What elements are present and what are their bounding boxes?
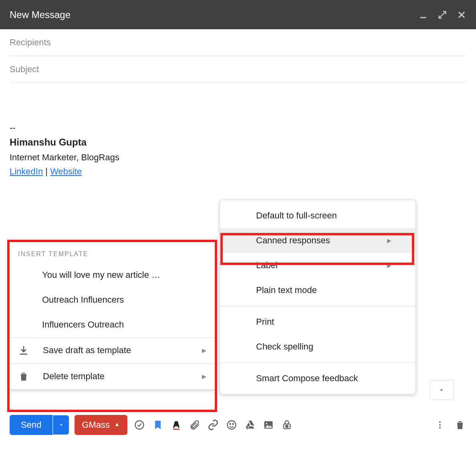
menu-item-label: Plain text mode (256, 285, 317, 295)
fullscreen-icon[interactable] (438, 10, 447, 20)
emoji-icon[interactable] (225, 419, 238, 431)
menu-item-plain-text[interactable]: Plain text mode (220, 278, 415, 303)
template-item[interactable]: You will love my new article … (8, 263, 216, 287)
trash-icon (18, 371, 29, 382)
menu-divider (220, 362, 415, 363)
more-options-menu: Default to full-screen Canned responses … (220, 200, 416, 394)
download-icon (18, 345, 29, 356)
signature-role: Internet Marketer, BlogRags (10, 150, 466, 164)
template-item[interactable]: Influencers Outreach (8, 312, 216, 337)
compose-toolbar: Send GMass (10, 413, 466, 437)
svg-point-1 (135, 421, 144, 429)
svg-point-10 (439, 421, 441, 423)
save-template-item[interactable]: Save draft as template ▶ (8, 338, 216, 363)
signature-link-website[interactable]: Website (50, 166, 82, 176)
menu-item-spelling[interactable]: Check spelling (220, 334, 415, 359)
signature-links: LinkedIn | Website (10, 164, 466, 178)
menu-item-label: Canned responses (256, 235, 330, 246)
svg-point-3 (228, 421, 236, 429)
menu-item-label-action[interactable]: Label ▶ (220, 253, 415, 278)
svg-point-9 (286, 425, 288, 428)
menu-divider (220, 306, 415, 306)
drive-icon[interactable] (244, 419, 256, 431)
svg-point-7 (266, 423, 268, 425)
menu-item-smart-compose[interactable]: Smart Compose feedback (220, 366, 415, 391)
side-dropdown-button[interactable] (430, 380, 454, 400)
svg-point-11 (439, 424, 441, 426)
template-item-label: You will love my new article … (42, 270, 160, 280)
minimize-icon[interactable] (418, 10, 428, 20)
menu-item-label: Check spelling (256, 342, 313, 352)
save-template-label: Save draft as template (43, 345, 131, 356)
template-item-label: Outreach Influencers (42, 295, 124, 305)
chevron-right-icon: ▶ (387, 237, 391, 244)
delete-template-label: Delete template (43, 371, 105, 382)
link-icon[interactable] (207, 419, 220, 431)
chevron-right-icon: ▶ (202, 347, 206, 354)
svg-rect-2 (173, 429, 180, 430)
image-icon[interactable] (262, 419, 275, 431)
svg-point-5 (232, 424, 233, 425)
close-icon[interactable] (457, 10, 466, 20)
chevron-right-icon: ▶ (202, 373, 206, 380)
menu-item-canned-responses[interactable]: Canned responses ▶ (220, 228, 415, 253)
bookmark-icon[interactable] (151, 419, 164, 431)
compose-title: New Message (10, 9, 71, 20)
template-item-label: Influencers Outreach (42, 319, 124, 330)
recipients-field[interactable]: Recipients (10, 29, 466, 56)
signature-link-linkedin[interactable]: LinkedIn (10, 166, 43, 176)
gmass-label: GMass (82, 420, 110, 430)
compose-titlebar: New Message (0, 0, 476, 29)
menu-item-label: Default to full-screen (256, 210, 337, 221)
canned-responses-submenu: INSERT TEMPLATE You will love my new art… (8, 241, 216, 390)
lock-clock-icon[interactable] (280, 419, 293, 431)
signature-name: Himanshu Gupta (10, 135, 466, 150)
send-button[interactable]: Send (10, 415, 52, 435)
discard-draft-icon[interactable] (454, 419, 466, 431)
menu-item-label: Print (256, 317, 274, 327)
menu-item-label: Smart Compose feedback (256, 373, 358, 384)
send-dropdown-button[interactable] (53, 415, 69, 435)
template-item[interactable]: Outreach Influencers (8, 287, 216, 312)
checkmark-icon[interactable] (133, 419, 146, 431)
subject-field[interactable]: Subject (10, 56, 466, 83)
svg-point-12 (439, 427, 441, 429)
signature-pipe: | (43, 166, 50, 176)
gmass-button[interactable]: GMass (75, 415, 127, 435)
signature-separator: -- (10, 121, 466, 135)
menu-item-fullscreen[interactable]: Default to full-screen (220, 203, 415, 228)
delete-template-item[interactable]: Delete template ▶ (8, 364, 216, 389)
text-format-icon[interactable] (170, 419, 183, 431)
attach-icon[interactable] (188, 419, 201, 431)
svg-rect-0 (420, 17, 426, 18)
menu-item-print[interactable]: Print (220, 309, 415, 334)
recipients-label: Recipients (10, 37, 51, 47)
chevron-right-icon: ▶ (387, 262, 391, 269)
subject-label: Subject (10, 64, 39, 74)
compose-body[interactable]: -- Himanshu Gupta Internet Marketer, Blo… (0, 83, 476, 188)
more-options-button[interactable] (432, 417, 448, 433)
submenu-header: INSERT TEMPLATE (8, 241, 216, 263)
compose-fields: Recipients Subject (0, 29, 476, 83)
svg-point-4 (230, 424, 230, 425)
titlebar-actions (418, 10, 466, 20)
menu-item-label: Label (256, 260, 278, 271)
